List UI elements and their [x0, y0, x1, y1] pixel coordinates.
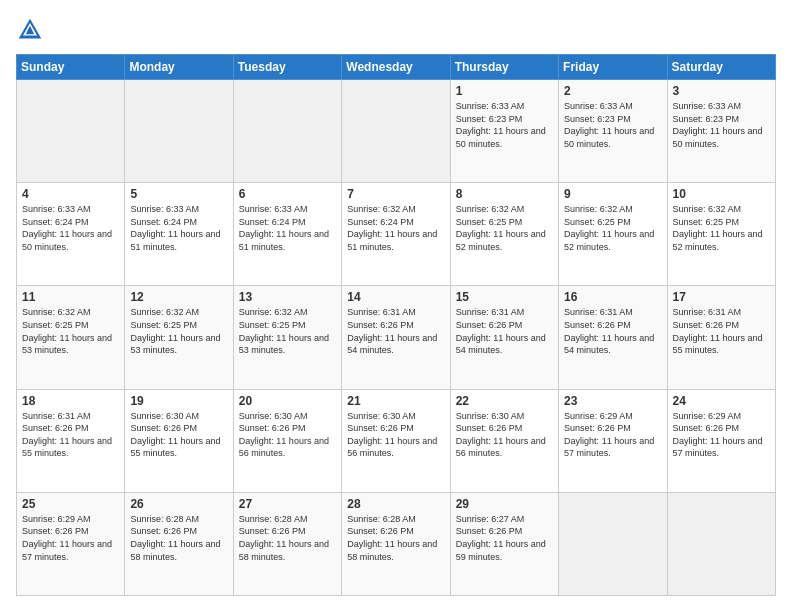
day-number: 24: [673, 394, 770, 408]
calendar-header-sunday: Sunday: [17, 55, 125, 80]
calendar-header-tuesday: Tuesday: [233, 55, 341, 80]
day-info: Sunrise: 6:32 AM Sunset: 6:25 PM Dayligh…: [564, 203, 661, 253]
day-number: 9: [564, 187, 661, 201]
day-number: 22: [456, 394, 553, 408]
calendar-cell-w4d4: 29Sunrise: 6:27 AM Sunset: 6:26 PM Dayli…: [450, 492, 558, 595]
day-info: Sunrise: 6:31 AM Sunset: 6:26 PM Dayligh…: [456, 306, 553, 356]
day-number: 5: [130, 187, 227, 201]
calendar-cell-w1d6: 10Sunrise: 6:32 AM Sunset: 6:25 PM Dayli…: [667, 183, 775, 286]
day-number: 18: [22, 394, 119, 408]
calendar-cell-w3d5: 23Sunrise: 6:29 AM Sunset: 6:26 PM Dayli…: [559, 389, 667, 492]
day-info: Sunrise: 6:31 AM Sunset: 6:26 PM Dayligh…: [673, 306, 770, 356]
day-number: 12: [130, 290, 227, 304]
day-info: Sunrise: 6:31 AM Sunset: 6:26 PM Dayligh…: [22, 410, 119, 460]
calendar-cell-w3d4: 22Sunrise: 6:30 AM Sunset: 6:26 PM Dayli…: [450, 389, 558, 492]
logo-icon: [16, 16, 44, 44]
day-info: Sunrise: 6:29 AM Sunset: 6:26 PM Dayligh…: [22, 513, 119, 563]
calendar-cell-w1d0: 4Sunrise: 6:33 AM Sunset: 6:24 PM Daylig…: [17, 183, 125, 286]
calendar-cell-w2d2: 13Sunrise: 6:32 AM Sunset: 6:25 PM Dayli…: [233, 286, 341, 389]
calendar-cell-w2d4: 15Sunrise: 6:31 AM Sunset: 6:26 PM Dayli…: [450, 286, 558, 389]
calendar-cell-w0d0: [17, 80, 125, 183]
day-info: Sunrise: 6:30 AM Sunset: 6:26 PM Dayligh…: [347, 410, 444, 460]
day-info: Sunrise: 6:30 AM Sunset: 6:26 PM Dayligh…: [456, 410, 553, 460]
calendar-header-monday: Monday: [125, 55, 233, 80]
calendar-header-saturday: Saturday: [667, 55, 775, 80]
calendar-header-wednesday: Wednesday: [342, 55, 450, 80]
day-number: 26: [130, 497, 227, 511]
day-info: Sunrise: 6:32 AM Sunset: 6:25 PM Dayligh…: [456, 203, 553, 253]
day-info: Sunrise: 6:29 AM Sunset: 6:26 PM Dayligh…: [564, 410, 661, 460]
calendar-cell-w0d2: [233, 80, 341, 183]
calendar-week-3: 18Sunrise: 6:31 AM Sunset: 6:26 PM Dayli…: [17, 389, 776, 492]
calendar-week-0: 1Sunrise: 6:33 AM Sunset: 6:23 PM Daylig…: [17, 80, 776, 183]
day-info: Sunrise: 6:32 AM Sunset: 6:25 PM Dayligh…: [673, 203, 770, 253]
day-info: Sunrise: 6:32 AM Sunset: 6:25 PM Dayligh…: [239, 306, 336, 356]
day-info: Sunrise: 6:29 AM Sunset: 6:26 PM Dayligh…: [673, 410, 770, 460]
calendar-cell-w4d6: [667, 492, 775, 595]
day-info: Sunrise: 6:33 AM Sunset: 6:24 PM Dayligh…: [130, 203, 227, 253]
calendar-header-thursday: Thursday: [450, 55, 558, 80]
day-info: Sunrise: 6:28 AM Sunset: 6:26 PM Dayligh…: [347, 513, 444, 563]
day-info: Sunrise: 6:33 AM Sunset: 6:24 PM Dayligh…: [239, 203, 336, 253]
day-info: Sunrise: 6:32 AM Sunset: 6:25 PM Dayligh…: [22, 306, 119, 356]
calendar-cell-w4d5: [559, 492, 667, 595]
calendar-cell-w2d3: 14Sunrise: 6:31 AM Sunset: 6:26 PM Dayli…: [342, 286, 450, 389]
calendar-cell-w2d0: 11Sunrise: 6:32 AM Sunset: 6:25 PM Dayli…: [17, 286, 125, 389]
day-number: 23: [564, 394, 661, 408]
calendar-cell-w4d2: 27Sunrise: 6:28 AM Sunset: 6:26 PM Dayli…: [233, 492, 341, 595]
day-number: 13: [239, 290, 336, 304]
calendar-cell-w0d4: 1Sunrise: 6:33 AM Sunset: 6:23 PM Daylig…: [450, 80, 558, 183]
day-number: 3: [673, 84, 770, 98]
day-info: Sunrise: 6:31 AM Sunset: 6:26 PM Dayligh…: [347, 306, 444, 356]
day-info: Sunrise: 6:32 AM Sunset: 6:24 PM Dayligh…: [347, 203, 444, 253]
day-number: 10: [673, 187, 770, 201]
day-number: 27: [239, 497, 336, 511]
day-info: Sunrise: 6:33 AM Sunset: 6:23 PM Dayligh…: [456, 100, 553, 150]
calendar-cell-w4d0: 25Sunrise: 6:29 AM Sunset: 6:26 PM Dayli…: [17, 492, 125, 595]
calendar-header-friday: Friday: [559, 55, 667, 80]
day-info: Sunrise: 6:31 AM Sunset: 6:26 PM Dayligh…: [564, 306, 661, 356]
calendar-week-4: 25Sunrise: 6:29 AM Sunset: 6:26 PM Dayli…: [17, 492, 776, 595]
calendar-cell-w3d6: 24Sunrise: 6:29 AM Sunset: 6:26 PM Dayli…: [667, 389, 775, 492]
calendar-cell-w2d1: 12Sunrise: 6:32 AM Sunset: 6:25 PM Dayli…: [125, 286, 233, 389]
logo: [16, 16, 48, 44]
day-number: 6: [239, 187, 336, 201]
day-info: Sunrise: 6:32 AM Sunset: 6:25 PM Dayligh…: [130, 306, 227, 356]
day-info: Sunrise: 6:30 AM Sunset: 6:26 PM Dayligh…: [239, 410, 336, 460]
calendar-cell-w2d5: 16Sunrise: 6:31 AM Sunset: 6:26 PM Dayli…: [559, 286, 667, 389]
calendar-cell-w4d1: 26Sunrise: 6:28 AM Sunset: 6:26 PM Dayli…: [125, 492, 233, 595]
calendar-cell-w0d1: [125, 80, 233, 183]
calendar-cell-w1d2: 6Sunrise: 6:33 AM Sunset: 6:24 PM Daylig…: [233, 183, 341, 286]
page: SundayMondayTuesdayWednesdayThursdayFrid…: [0, 0, 792, 612]
day-info: Sunrise: 6:33 AM Sunset: 6:24 PM Dayligh…: [22, 203, 119, 253]
calendar-cell-w1d3: 7Sunrise: 6:32 AM Sunset: 6:24 PM Daylig…: [342, 183, 450, 286]
day-number: 29: [456, 497, 553, 511]
day-info: Sunrise: 6:33 AM Sunset: 6:23 PM Dayligh…: [564, 100, 661, 150]
day-number: 8: [456, 187, 553, 201]
day-number: 1: [456, 84, 553, 98]
day-number: 21: [347, 394, 444, 408]
calendar-cell-w1d1: 5Sunrise: 6:33 AM Sunset: 6:24 PM Daylig…: [125, 183, 233, 286]
header: [16, 16, 776, 44]
calendar-cell-w2d6: 17Sunrise: 6:31 AM Sunset: 6:26 PM Dayli…: [667, 286, 775, 389]
day-info: Sunrise: 6:27 AM Sunset: 6:26 PM Dayligh…: [456, 513, 553, 563]
calendar-cell-w4d3: 28Sunrise: 6:28 AM Sunset: 6:26 PM Dayli…: [342, 492, 450, 595]
calendar-week-2: 11Sunrise: 6:32 AM Sunset: 6:25 PM Dayli…: [17, 286, 776, 389]
day-number: 15: [456, 290, 553, 304]
day-number: 28: [347, 497, 444, 511]
day-number: 2: [564, 84, 661, 98]
calendar-cell-w1d4: 8Sunrise: 6:32 AM Sunset: 6:25 PM Daylig…: [450, 183, 558, 286]
day-info: Sunrise: 6:28 AM Sunset: 6:26 PM Dayligh…: [130, 513, 227, 563]
calendar-cell-w3d0: 18Sunrise: 6:31 AM Sunset: 6:26 PM Dayli…: [17, 389, 125, 492]
day-info: Sunrise: 6:33 AM Sunset: 6:23 PM Dayligh…: [673, 100, 770, 150]
day-number: 16: [564, 290, 661, 304]
day-number: 4: [22, 187, 119, 201]
day-info: Sunrise: 6:28 AM Sunset: 6:26 PM Dayligh…: [239, 513, 336, 563]
calendar-cell-w0d6: 3Sunrise: 6:33 AM Sunset: 6:23 PM Daylig…: [667, 80, 775, 183]
day-number: 7: [347, 187, 444, 201]
day-number: 20: [239, 394, 336, 408]
calendar-table: SundayMondayTuesdayWednesdayThursdayFrid…: [16, 54, 776, 596]
calendar-header-row: SundayMondayTuesdayWednesdayThursdayFrid…: [17, 55, 776, 80]
day-number: 14: [347, 290, 444, 304]
calendar-cell-w1d5: 9Sunrise: 6:32 AM Sunset: 6:25 PM Daylig…: [559, 183, 667, 286]
